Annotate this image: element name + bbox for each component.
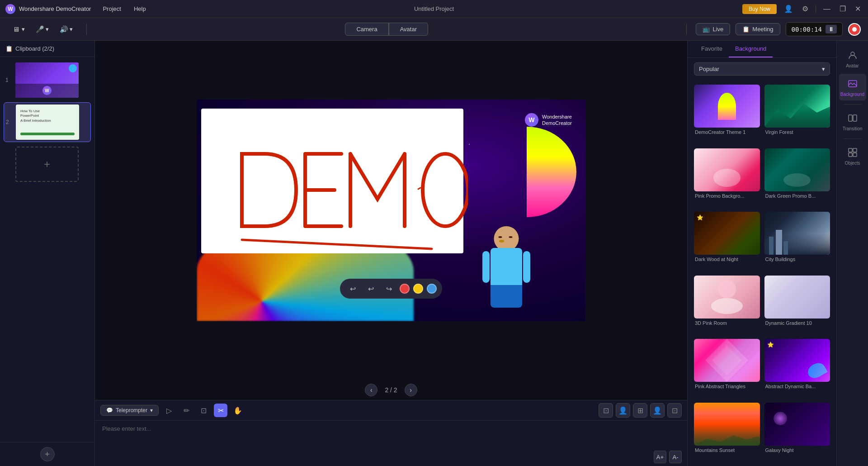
mic-button[interactable]: 🎤 ▾ [31,23,53,36]
sidebar-item-transition[interactable]: Transition [839,108,866,135]
redo-button[interactable]: ↩ [363,281,378,296]
bg-item-abstract-dynamic[interactable]: ⭐ Abstract Dynamic Ba... [764,339,830,398]
camera-share-button[interactable]: 👤 [616,403,630,418]
add-clip-item[interactable]: + [4,145,91,184]
avatar-button[interactable]: Avatar [389,23,428,36]
drawing-tools: ↩ ↩ ↪ [340,279,442,299]
sidebar-item-background[interactable]: Background [839,74,866,100]
background-sidebar-icon [846,77,859,90]
objects-sidebar-icon [846,146,859,159]
filter-select[interactable]: Popular ▾ [694,62,830,76]
clip-number-2: 2 [6,119,12,125]
bg-item-galaxy[interactable]: Galaxy Night [764,403,830,462]
bg-item-pink-abstract[interactable]: Pink Abstract Triangles [694,339,760,398]
bg-item-pink-promo[interactable]: Pink Promo Backgro... [694,148,760,208]
color-red[interactable] [400,284,410,294]
bg-item-democreator[interactable]: DemoCreator Theme 1 [694,85,760,144]
minimize-button[interactable]: — [821,5,832,13]
teleprompter-button[interactable]: 💬 Teleprompter ▾ [100,405,159,416]
bg-item-3d-pink[interactable]: 3D Pink Room [694,276,760,335]
draw-tool-button[interactable]: ✂ [214,404,227,417]
bg-thumb-3d-pink [694,276,760,319]
bg-label-mountains: Mountains Sunset [694,447,760,453]
bg-thumb-city-buildings [764,212,830,255]
buy-now-button[interactable]: Buy Now [742,4,777,14]
screen-button[interactable]: 🖥 ▾ [7,23,29,36]
camera-avatar-group: Camera Avatar [345,23,428,36]
record-button[interactable] [848,23,861,36]
add-scene-button[interactable]: + [40,447,55,461]
speaker-button[interactable]: 🔊 ▾ [55,23,77,36]
person-button[interactable]: 👤 [650,403,665,418]
bg-thumb-dark-green [764,148,830,191]
camera-button[interactable]: Camera [345,23,388,36]
bg-item-dark-green[interactable]: Dark Green Promo B... [764,148,830,208]
bg-item-city-buildings[interactable]: City Buildings [764,212,830,271]
clip-list: 1 W 2 How To Use PowerPointA Brief Intro… [0,57,94,442]
teleprompter-icon: 💬 [106,407,113,414]
avatar-sidebar-icon [846,49,859,62]
scene-avatar [481,226,531,317]
bg-item-dark-wood[interactable]: ⭐ Dark Wood at Night [694,212,760,271]
meeting-button[interactable]: 📋 Meeting [736,23,780,35]
bg-thumb-pink-promo [694,148,760,191]
layout-button[interactable]: ⊞ [633,403,647,418]
sidebar-item-avatar[interactable]: Avatar [839,45,866,72]
tab-background[interactable]: Background [729,41,773,57]
font-increase-button[interactable]: A+ [654,451,666,463]
pause-button[interactable]: ⏸ [826,25,837,33]
avatar-body [481,226,531,317]
teleprompter-toolbar: 💬 Teleprompter ▾ ▷ ✏ ⊡ ✂ ✋ ⊡ 👤 ⊞ 👤 ⊡ [95,400,687,421]
settings-icon[interactable]: ⚙ [800,5,810,13]
clip-item-1[interactable]: 1 W [4,61,91,100]
user-icon[interactable]: 👤 [782,5,795,13]
undo-button[interactable]: ↩ [345,281,360,296]
sidebar-item-objects[interactable]: Objects [839,143,866,169]
color-blue[interactable] [427,284,437,294]
color-yellow[interactable] [413,284,423,294]
scene-decoration [527,127,576,217]
hand-tool-button[interactable]: ✋ [231,404,245,417]
add-clip-button[interactable]: + [15,147,79,182]
clip-thumb-2: How To Use PowerPointA Brief Introductio… [16,105,79,140]
font-controls: A+ A- [95,448,687,466]
screen-share-button[interactable]: ⊡ [599,403,613,418]
meeting-icon: 📋 [742,26,750,33]
tree-layer [764,98,830,128]
bg-item-mountains[interactable]: Mountains Sunset [694,403,760,462]
right-sidebar: Avatar Background [836,41,868,466]
sidebar-add-area: + [0,442,94,466]
next-slide-button[interactable]: › [405,384,417,396]
transition-sidebar-icon [846,112,859,124]
prev-slide-button[interactable]: ‹ [365,384,377,396]
canvas-area: W WondershareDemoCreator [95,41,687,466]
box-tool-button[interactable]: ⊡ [197,404,210,417]
live-button[interactable]: 📺 Live [696,23,730,35]
menu-help[interactable]: Help [131,5,149,13]
grid-button[interactable]: ⊡ [667,403,682,418]
close-button[interactable]: ✕ [853,5,863,13]
bg-label-galaxy: Galaxy Night [764,447,830,453]
dark-wood-favorite-icon: ⭐ [697,214,703,221]
teleprompter-input[interactable]: Please enter text... [95,421,687,448]
edit-tool-button[interactable]: ✏ [179,404,193,417]
main-content: 📋 Clipboard (2/2) 1 W 2 [0,41,868,466]
font-decrease-button[interactable]: A- [669,451,682,463]
tab-favorite[interactable]: Favorite [695,41,729,57]
bg-thumb-virgin-forest [764,85,830,128]
bg-item-virgin-forest[interactable]: Virgin Forest [764,85,830,144]
bg-label-abstract-dynamic: Abstract Dynamic Ba... [764,384,830,389]
screen-icon: 🖥 [12,25,20,33]
logo-icon: W [5,4,15,14]
play-tool-button[interactable]: ▷ [162,404,176,417]
menu-project[interactable]: Project [100,5,123,13]
screen-dropdown-icon: ▾ [22,26,25,33]
scene-watermark: W WondershareDemoCreator [525,113,572,127]
svg-rect-7 [849,148,852,152]
right-panel: Favorite Background Popular ▾ [687,41,868,466]
clear-button[interactable]: ↪ [382,281,396,296]
bg-item-dynamic-gradient[interactable]: Dynamic Gradient 10 [764,276,830,335]
clip-item-2[interactable]: 2 How To Use PowerPointA Brief Introduct… [4,102,91,142]
filter-value: Popular [699,66,719,72]
maximize-button[interactable]: ❐ [838,5,848,13]
